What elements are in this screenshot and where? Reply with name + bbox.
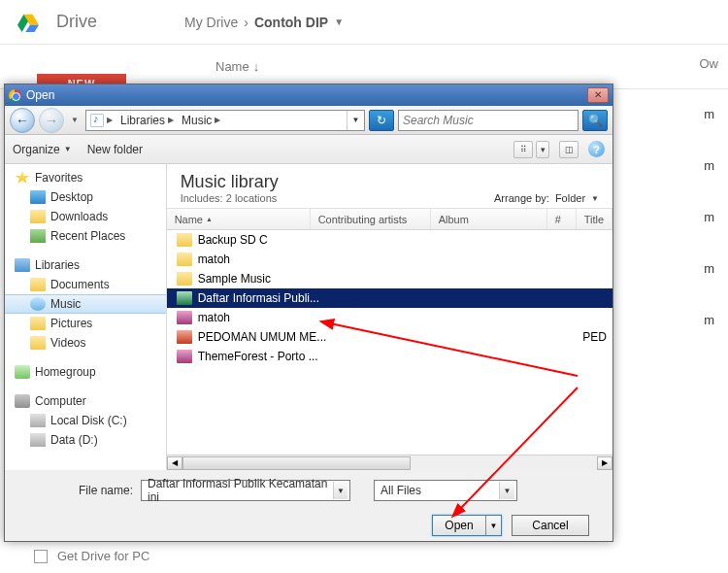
breadcrumb-caret-icon[interactable]: ▼	[334, 17, 344, 27]
column-headers[interactable]: Name▲ Contributing artists Album # Title	[167, 209, 612, 230]
file-name: ThemeForest - Porto ...	[198, 350, 318, 363]
recent-icon	[30, 229, 46, 243]
sidebar-item-data-d[interactable]: Data (D:)	[5, 430, 166, 450]
downloads-icon	[30, 210, 46, 223]
file-name: Daftar Informasi Publi...	[198, 291, 319, 305]
column-name[interactable]: Name ↓	[215, 59, 259, 74]
sidebar-libraries[interactable]: Libraries	[5, 255, 166, 275]
nav-back-button[interactable]: ←	[10, 108, 35, 133]
open-dialog: Open ✕ ← → ▼ ▶ Libraries▶ Music▶ ▼ ↻ 🔍 O…	[4, 84, 613, 542]
breadcrumb-leaf[interactable]: Contoh DIP	[254, 15, 328, 30]
col-album[interactable]: Album	[431, 209, 547, 229]
chevron-right-icon[interactable]: ▶	[107, 116, 113, 124]
file-name: Backup SD C	[198, 233, 268, 247]
address-bar[interactable]: ▶ Libraries▶ Music▶ ▼	[85, 110, 365, 131]
file-name: matoh	[198, 311, 230, 324]
filename-value: Daftar Informasi Publik Kecamatan ini	[148, 477, 333, 504]
filetype-value: All Files	[381, 484, 421, 497]
svg-marker-1	[25, 24, 39, 31]
file-row[interactable]: PEDOMAN UMUM ME...PED	[167, 327, 612, 347]
breadcrumb[interactable]: My Drive › Contoh DIP ▼	[184, 15, 344, 30]
scroll-left-button[interactable]: ◀	[167, 456, 182, 470]
file-row[interactable]: Sample Music	[167, 269, 612, 288]
sidebar-item-local-disk-c[interactable]: Local Disk (C:)	[5, 411, 166, 430]
sidebar-favorites[interactable]: Favorites	[5, 168, 166, 187]
drive-logo-icon	[17, 12, 39, 33]
col-title[interactable]: Title	[577, 209, 612, 229]
filename-label: File name:	[17, 484, 133, 497]
folder-icon	[177, 272, 192, 286]
get-drive-link[interactable]: Get Drive for PC	[34, 549, 149, 563]
arrange-value: Folder	[555, 192, 585, 204]
chevron-down-icon[interactable]: ▼	[333, 482, 347, 499]
chevron-right-icon[interactable]: ▶	[168, 116, 174, 124]
scroll-right-button[interactable]: ▶	[597, 456, 612, 470]
open-split-dropdown[interactable]: ▼	[485, 516, 501, 535]
chevron-right-icon[interactable]: ▶	[215, 116, 220, 124]
filetype-select[interactable]: All Files ▼	[374, 480, 517, 501]
col-name[interactable]: Name▲	[167, 209, 311, 229]
sidebar-item-music[interactable]: Music	[5, 294, 166, 314]
file-row[interactable]: ThemeForest - Porto ...	[167, 347, 612, 366]
help-button[interactable]: ?	[588, 141, 605, 157]
file-row[interactable]: Daftar Informasi Publi...	[167, 288, 612, 308]
nav-history-dropdown[interactable]: ▼	[68, 110, 82, 131]
sidebar-homegroup[interactable]: Homegroup	[5, 362, 166, 382]
sidebar-item-pictures[interactable]: Pictures	[5, 314, 166, 333]
column-owner[interactable]: Ow	[700, 56, 719, 71]
file-row[interactable]: matoh	[167, 250, 612, 269]
file-list[interactable]: Backup SD CmatohSample MusicDaftar Infor…	[167, 230, 612, 455]
folder-icon	[177, 253, 192, 266]
file-name: Sample Music	[198, 272, 271, 286]
search-button[interactable]: 🔍	[582, 110, 608, 131]
chevron-down-icon: ▼	[64, 145, 72, 153]
pdf-icon	[177, 330, 192, 344]
preview-pane-button[interactable]: ◫	[559, 141, 579, 158]
horizontal-scrollbar[interactable]: ◀ ▶	[167, 455, 612, 470]
rar-icon	[177, 311, 192, 324]
sidebar-item-recent[interactable]: Recent Places	[5, 226, 166, 246]
view-dropdown[interactable]: ▾	[536, 141, 549, 158]
chevron-down-icon[interactable]: ▼	[499, 482, 514, 499]
nav-forward-button[interactable]: →	[39, 108, 64, 133]
sidebar-item-documents[interactable]: Documents	[5, 275, 166, 294]
organize-menu[interactable]: Organize ▼	[13, 143, 72, 156]
sidebar-item-desktop[interactable]: Desktop	[5, 187, 166, 207]
address-dropdown[interactable]: ▼	[347, 111, 364, 130]
scroll-track[interactable]	[182, 456, 597, 470]
titlebar[interactable]: Open ✕	[5, 84, 612, 106]
music-icon	[90, 114, 104, 127]
path-leaf[interactable]: Music	[182, 114, 212, 127]
view-mode-button[interactable]: ⠿	[513, 141, 533, 158]
refresh-button[interactable]: ↻	[369, 110, 394, 131]
col-hash[interactable]: #	[547, 209, 577, 229]
search-input[interactable]	[403, 114, 574, 127]
open-button[interactable]: Open ▼	[432, 515, 502, 536]
xlsx-icon	[177, 291, 192, 305]
checkbox-icon	[34, 550, 48, 563]
arrange-by[interactable]: Arrange by: Folder ▼	[494, 192, 599, 204]
scroll-thumb[interactable]	[182, 456, 411, 470]
file-title-col: PED	[332, 330, 612, 344]
music-icon	[30, 297, 46, 311]
drive-icon	[30, 433, 46, 447]
sidebar-item-videos[interactable]: Videos	[5, 333, 166, 353]
folder-icon	[177, 233, 192, 247]
col-contributing[interactable]: Contributing artists	[311, 209, 431, 229]
file-name: PEDOMAN UMUM ME...	[198, 330, 327, 344]
new-folder-button[interactable]: New folder	[87, 143, 143, 156]
star-icon	[15, 171, 30, 185]
sort-asc-icon: ▲	[206, 216, 213, 222]
close-button[interactable]: ✕	[587, 87, 609, 103]
path-root[interactable]: Libraries	[120, 114, 165, 127]
search-field[interactable]	[398, 110, 579, 131]
pictures-icon	[30, 317, 46, 330]
cancel-button[interactable]: Cancel	[512, 515, 589, 536]
content-title: Music library	[181, 172, 279, 192]
sidebar-item-downloads[interactable]: Downloads	[5, 207, 166, 226]
file-row[interactable]: matoh	[167, 308, 612, 327]
breadcrumb-root[interactable]: My Drive	[184, 15, 238, 30]
sidebar-computer[interactable]: Computer	[5, 391, 166, 411]
filename-input[interactable]: Daftar Informasi Publik Kecamatan ini ▼	[141, 480, 350, 501]
file-row[interactable]: Backup SD C	[167, 230, 612, 250]
